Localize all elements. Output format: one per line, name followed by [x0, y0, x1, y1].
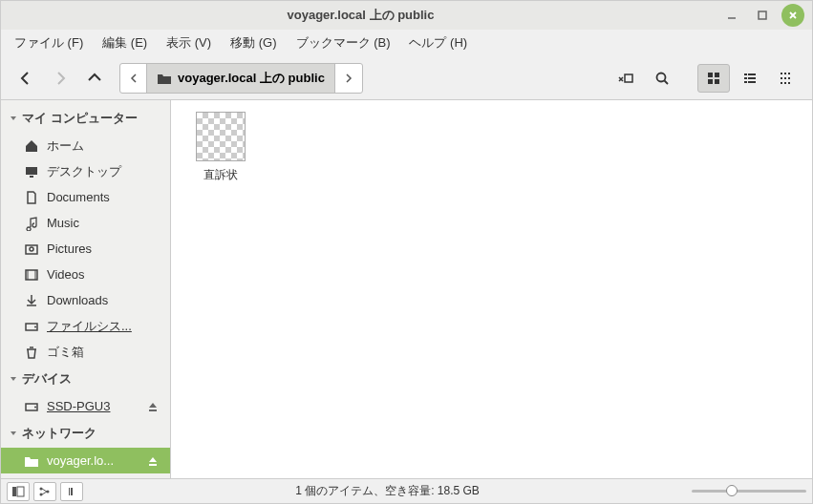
videos-icon — [24, 267, 39, 283]
forward-button[interactable] — [45, 63, 75, 94]
svg-rect-21 — [784, 77, 786, 79]
svg-rect-38 — [12, 487, 16, 496]
svg-point-36 — [34, 406, 36, 408]
menu-go[interactable]: 移動 (G) — [221, 31, 286, 55]
menu-bookmarks[interactable]: ブックマーク (B) — [287, 31, 400, 55]
sidebar-section-network[interactable]: ネットワーク — [1, 419, 170, 448]
music-icon — [24, 216, 39, 231]
menu-help[interactable]: ヘルプ (H) — [399, 31, 477, 55]
list-view-button[interactable] — [734, 64, 766, 93]
sidebar-item-filesystem[interactable]: ファイルシス... — [1, 313, 170, 339]
sidebar-item-documents[interactable]: Documents — [1, 184, 170, 210]
chevron-down-icon — [9, 114, 18, 123]
svg-rect-27 — [30, 176, 33, 178]
sidebar-section-devices[interactable]: デバイス — [1, 365, 170, 393]
sidebar: マイ コンピューター ホーム デスクトップ Documents Music Pi… — [1, 100, 171, 478]
eject-icon[interactable] — [147, 401, 162, 412]
eject-icon[interactable] — [147, 455, 162, 467]
file-item[interactable]: 直訴状 — [182, 112, 259, 183]
back-button[interactable] — [11, 63, 41, 94]
show-places-button[interactable] — [7, 482, 30, 501]
svg-line-6 — [665, 80, 669, 84]
close-sidebar-button[interactable] — [60, 482, 83, 501]
maximize-button[interactable] — [751, 4, 774, 27]
file-view[interactable]: 直訴状 — [171, 100, 812, 478]
sidebar-item-videos[interactable]: Videos — [1, 262, 170, 287]
svg-rect-25 — [788, 82, 790, 84]
svg-rect-23 — [781, 82, 782, 84]
toggle-location-button[interactable] — [610, 64, 642, 93]
svg-rect-19 — [788, 73, 790, 74]
svg-rect-18 — [784, 73, 786, 74]
main-pane: マイ コンピューター ホーム デスクトップ Documents Music Pi… — [1, 100, 812, 478]
pathbar-next[interactable] — [335, 64, 362, 93]
pathbar: voyager.local 上の public — [119, 63, 363, 94]
documents-icon — [24, 190, 39, 205]
sidebar-item-label: voyager.lo... — [47, 453, 139, 468]
sidebar-item-trash[interactable]: ゴミ箱 — [1, 339, 170, 365]
menu-edit[interactable]: 編集 (E) — [93, 31, 157, 55]
show-tree-button[interactable] — [33, 482, 56, 501]
search-button[interactable] — [646, 64, 678, 93]
sidebar-item-music[interactable]: Music — [1, 210, 170, 236]
status-text: 1 個のアイテム、空き容量: 18.5 GB — [87, 483, 688, 499]
sidebar-item-label: Pictures — [47, 242, 162, 256]
svg-rect-39 — [17, 487, 24, 496]
compact-view-button[interactable] — [770, 64, 802, 93]
menu-file[interactable]: ファイル (F) — [5, 31, 93, 55]
svg-rect-24 — [784, 82, 786, 84]
svg-rect-14 — [748, 77, 756, 79]
svg-rect-43 — [71, 488, 73, 495]
drive-icon — [24, 399, 39, 414]
svg-rect-26 — [26, 167, 37, 175]
svg-rect-11 — [744, 74, 747, 75]
chevron-down-icon — [9, 374, 18, 384]
trash-icon — [24, 345, 39, 360]
titlebar: voyager.local 上の public — [1, 1, 812, 30]
drive-icon — [24, 319, 39, 334]
icon-view-button[interactable] — [697, 64, 730, 93]
svg-rect-15 — [744, 81, 747, 83]
sidebar-section-computer-label: マイ コンピューター — [22, 110, 138, 127]
minimize-button[interactable] — [720, 4, 743, 27]
file-name: 直訴状 — [203, 167, 238, 183]
sidebar-item-label: ゴミ箱 — [47, 344, 162, 361]
sidebar-item-ssd[interactable]: SSD-PGU3 — [1, 393, 170, 419]
statusbar: 1 個のアイテム、空き容量: 18.5 GB — [1, 478, 812, 503]
chevron-down-icon — [9, 429, 18, 438]
svg-rect-16 — [748, 81, 756, 83]
sidebar-item-label: SSD-PGU3 — [47, 399, 139, 413]
pathbar-current[interactable]: voyager.local 上の public — [147, 64, 335, 93]
zoom-slider[interactable] — [692, 490, 806, 493]
toolbar: voyager.local 上の public — [1, 56, 812, 100]
svg-rect-9 — [708, 79, 713, 84]
up-button[interactable] — [79, 63, 110, 94]
svg-rect-17 — [781, 73, 782, 74]
sidebar-item-pictures[interactable]: Pictures — [1, 236, 170, 262]
svg-rect-10 — [715, 79, 719, 84]
sidebar-item-label: Videos — [47, 267, 162, 282]
desktop-icon — [24, 164, 39, 179]
folder-remote-icon — [157, 72, 172, 85]
sidebar-item-downloads[interactable]: Downloads — [1, 287, 170, 313]
menu-view[interactable]: 表示 (V) — [157, 31, 221, 55]
pathbar-prev[interactable] — [120, 64, 147, 93]
menubar: ファイル (F) 編集 (E) 表示 (V) 移動 (G) ブックマーク (B)… — [1, 30, 812, 56]
close-button[interactable] — [781, 4, 804, 27]
sidebar-item-desktop[interactable]: デスクトップ — [1, 158, 170, 184]
sidebar-item-voyager[interactable]: voyager.lo... — [1, 448, 170, 473]
sidebar-item-home[interactable]: ホーム — [1, 133, 170, 158]
sidebar-section-devices-label: デバイス — [22, 370, 72, 388]
downloads-icon — [24, 293, 39, 308]
svg-rect-13 — [744, 77, 747, 79]
svg-point-5 — [657, 73, 666, 81]
sidebar-item-label: Documents — [47, 190, 162, 204]
svg-rect-8 — [715, 73, 719, 77]
sidebar-section-computer[interactable]: マイ コンピューター — [1, 104, 170, 133]
svg-point-29 — [30, 247, 33, 251]
file-thumbnail — [196, 112, 246, 161]
window-title: voyager.local 上の public — [9, 7, 713, 24]
svg-rect-4 — [625, 74, 632, 82]
svg-rect-22 — [788, 77, 790, 79]
sidebar-item-label: Downloads — [47, 293, 162, 307]
